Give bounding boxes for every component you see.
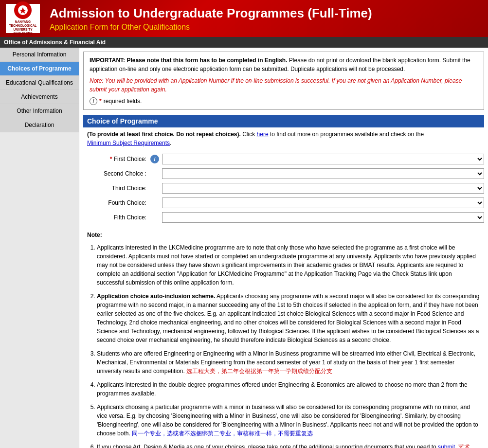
page-header: NANYANGTECHNOLOGICALUNIVERSITYSINGAPORE …: [0, 0, 488, 37]
first-choice-select[interactable]: [162, 154, 484, 164]
university-logo: NANYANGTECHNOLOGICALUNIVERSITYSINGAPORE: [6, 4, 40, 33]
fourth-choice-label: Fourth Choice:: [87, 199, 150, 206]
note-item-6: If you choose Art, Design & Media as one…: [97, 443, 480, 448]
fifth-choice-row: Fifth Choice:: [83, 212, 484, 223]
main-layout: Personal Information Choices of Programm…: [0, 48, 488, 448]
sidebar-item-declaration[interactable]: Declaration: [0, 118, 79, 132]
sidebar-item-choices-of-programme[interactable]: Choices of Programme: [0, 62, 79, 76]
note-item-5: Applicants choosing a particular program…: [97, 403, 480, 438]
note-item-3: Students who are offered Engineering or …: [97, 349, 480, 376]
second-choice-select[interactable]: [162, 168, 484, 179]
page-subtitle: Application Form for Other Qualification…: [50, 23, 372, 32]
sidebar-item-personal-information[interactable]: Personal Information: [0, 48, 79, 62]
note-item-2: Application choice auto-inclusion scheme…: [97, 292, 480, 344]
subtext-period: .: [170, 140, 171, 146]
info-icon: i: [90, 97, 97, 105]
choice-section-header: Choice of Programme: [83, 115, 484, 127]
office-bar: Office of Admissions & Financial Aid: [0, 37, 488, 48]
sidebar-item-other-information[interactable]: Other Information: [0, 104, 79, 118]
fourth-choice-row: Fourth Choice:: [83, 197, 484, 208]
first-choice-info-button[interactable]: i: [150, 155, 159, 163]
submit-link[interactable]: submit: [438, 444, 455, 448]
header-text-block: Admission to Undergraduate Programmes (F…: [50, 6, 372, 32]
required-label: required fields.: [104, 97, 142, 106]
note-item-4: Applicants interested in the double degr…: [97, 380, 480, 398]
notice-red-note: Note: You will be provided with an Appli…: [90, 76, 478, 94]
notice-important-label: IMPORTANT:: [90, 57, 127, 64]
note-item-1: Applicants interested in the LKCMedicine…: [97, 243, 480, 287]
fifth-choice-select[interactable]: [162, 212, 484, 223]
logo-area: NANYANGTECHNOLOGICALUNIVERSITYSINGAPORE: [6, 4, 40, 33]
subtext-bold: (To provide at least first choice. Do no…: [87, 131, 241, 138]
third-choice-row: Third Choice:: [83, 183, 484, 194]
fourth-choice-select[interactable]: [162, 197, 484, 208]
main-content: IMPORTANT: Please note that this form ha…: [79, 48, 488, 448]
page-title: Admission to Undergraduate Programmes (F…: [50, 6, 372, 21]
second-choice-label: Second Choice :: [87, 170, 150, 177]
sidebar: Personal Information Choices of Programm…: [0, 48, 79, 448]
here-link[interactable]: here: [257, 131, 269, 138]
choice-section-subtext: (To provide at least first choice. Do no…: [83, 127, 484, 150]
sidebar-item-achievements[interactable]: Achievements: [0, 90, 79, 104]
required-star: *: [99, 97, 102, 106]
minimum-subject-requirements-link[interactable]: Minimum Subject Requirements: [87, 140, 170, 146]
second-choice-row: Second Choice :: [83, 168, 484, 179]
third-choice-label: Third Choice:: [87, 185, 150, 192]
university-name-text: NANYANGTECHNOLOGICALUNIVERSITYSINGAPORE: [9, 20, 37, 35]
choice-table: * First Choice: i Second Choice : Third …: [83, 154, 484, 223]
svg-marker-0: [19, 7, 26, 14]
subtext-rest: to find out more on programmes available…: [270, 131, 424, 138]
first-choice-label: * First Choice:: [87, 156, 150, 162]
fifth-choice-label: Fifth Choice:: [87, 214, 150, 221]
notice-important-text1: Please note that this form has to be com…: [127, 57, 287, 64]
notes-section: Note: Applicants interested in the LKCMe…: [83, 231, 484, 448]
sidebar-item-educational-qualifications[interactable]: Educational Qualifications: [0, 76, 79, 90]
third-choice-select[interactable]: [162, 183, 484, 194]
notice-box: IMPORTANT: Please note that this form ha…: [83, 52, 484, 110]
required-fields-info: i * required fields.: [90, 97, 478, 106]
notes-title: Note:: [87, 231, 480, 239]
subtext-click: Click: [242, 131, 255, 138]
notes-list: Applicants interested in the LKCMedicine…: [87, 243, 480, 448]
first-choice-row: * First Choice: i: [83, 154, 484, 164]
